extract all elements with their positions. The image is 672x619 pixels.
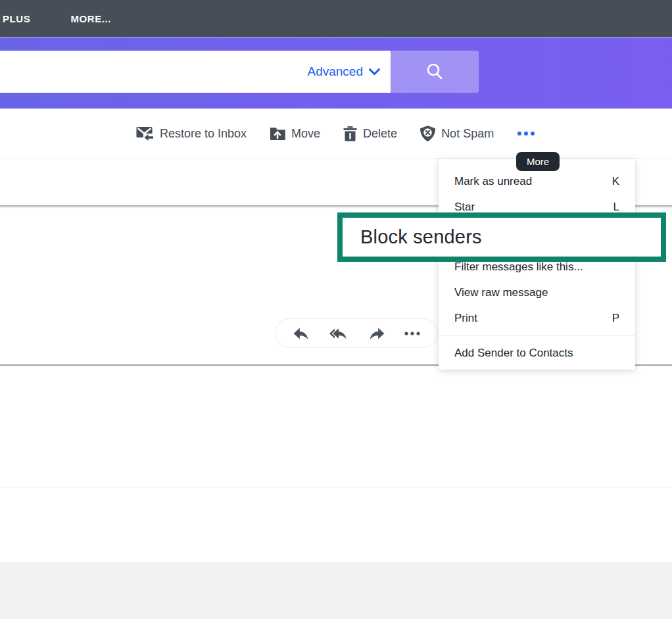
message-actions-pill: [275, 318, 438, 348]
search-button[interactable]: [391, 51, 479, 93]
more-horizontal-icon: [404, 332, 420, 335]
more-horizontal-icon: [517, 131, 535, 136]
not-spam-button[interactable]: Not Spam: [420, 126, 494, 141]
reply-all-button[interactable]: [329, 326, 348, 341]
message-toolbar: Restore to Inbox Move Delete: [0, 109, 672, 159]
menu-item-label: Print: [454, 312, 477, 325]
chevron-down-icon: [369, 68, 380, 76]
delete-button[interactable]: Delete: [343, 126, 397, 141]
more-tooltip: More: [516, 152, 560, 171]
search-band: Advanced: [0, 38, 672, 109]
menu-item-label: Star: [454, 201, 475, 214]
menu-item-add-sender-to-contacts[interactable]: Add Sender to Contacts: [439, 340, 635, 366]
annotation-label: Block senders: [360, 226, 482, 248]
reply-icon: [293, 326, 310, 341]
delete-label: Delete: [363, 127, 397, 141]
menu-shortcut: P: [612, 312, 619, 325]
menu-shortcut: L: [613, 201, 619, 214]
restore-to-inbox-label: Restore to Inbox: [160, 127, 247, 141]
menu-item-label: View raw message: [454, 286, 548, 299]
menu-item-label: Filter messages like this...: [454, 260, 583, 274]
pill-more-button[interactable]: [404, 332, 420, 335]
trash-icon: [343, 126, 357, 141]
advanced-search-toggle[interactable]: Advanced: [307, 64, 380, 79]
tooltip-label: More: [527, 156, 549, 167]
move-folder-icon: [270, 126, 285, 141]
menu-item-print[interactable]: Print P: [439, 305, 635, 331]
reply-button[interactable]: [293, 326, 310, 341]
menu-item-view-raw-message[interactable]: View raw message: [439, 280, 635, 305]
menu-divider: [439, 335, 635, 336]
menu-item-label: Mark as unread: [454, 175, 532, 188]
restore-to-inbox-button[interactable]: Restore to Inbox: [136, 126, 247, 141]
forward-button[interactable]: [368, 326, 385, 341]
menu-item-label: Add Sender to Contacts: [454, 347, 573, 360]
reply-all-icon: [329, 326, 348, 341]
footer-area: [0, 562, 672, 619]
more-actions-menu: Mark as unread K Star L Block senders Fi…: [439, 159, 635, 370]
content-divider: [0, 487, 672, 488]
move-label: Move: [291, 127, 320, 141]
search-icon: [424, 61, 445, 82]
nav-item-plus[interactable]: PLUS: [3, 13, 30, 24]
advanced-search-label: Advanced: [307, 64, 363, 79]
top-nav-bar: PLUS MORE...: [0, 0, 672, 38]
mail-app-screen: PLUS MORE... Advanced: [0, 0, 672, 619]
menu-shortcut: K: [612, 175, 619, 188]
restore-to-inbox-icon: [136, 126, 154, 141]
block-senders-annotation-box[interactable]: Block senders: [337, 212, 666, 262]
forward-icon: [368, 326, 385, 341]
toolbar-more-button[interactable]: [517, 131, 535, 136]
menu-item-mark-as-unread[interactable]: Mark as unread K: [439, 168, 635, 194]
move-button[interactable]: Move: [270, 126, 320, 141]
search-input[interactable]: Advanced: [0, 51, 391, 93]
nav-item-more[interactable]: MORE...: [70, 13, 111, 24]
not-spam-label: Not Spam: [441, 127, 494, 141]
shield-x-icon: [420, 126, 435, 141]
